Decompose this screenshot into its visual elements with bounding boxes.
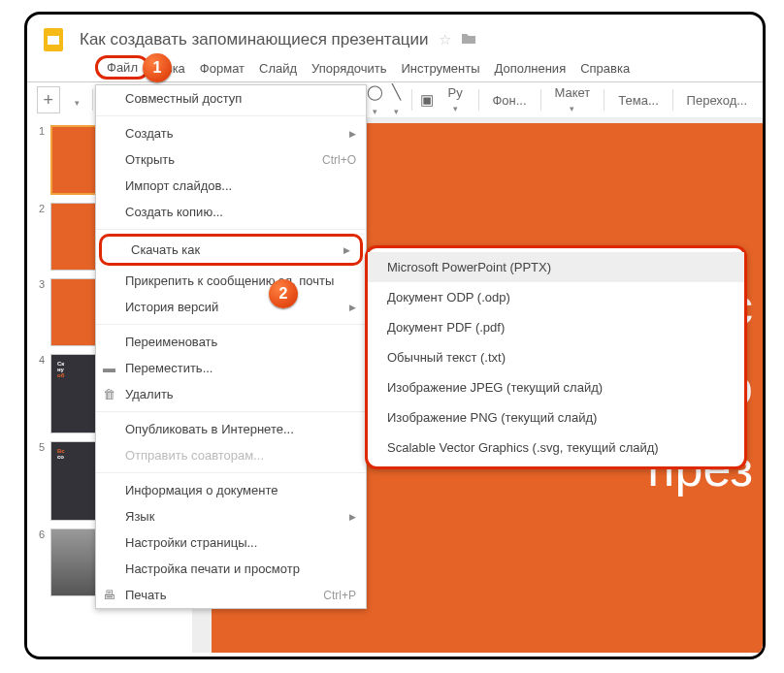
menu-send: Отправить соавторам... — [96, 442, 366, 468]
star-icon[interactable]: ☆ — [439, 31, 451, 48]
menu-rename[interactable]: Переименовать — [96, 329, 366, 355]
menu-file[interactable]: Файл — [95, 55, 149, 80]
new-slide-dropdown[interactable] — [70, 92, 84, 109]
menu-pagesetup[interactable]: Настройки страницы... — [96, 529, 366, 556]
menu-create[interactable]: Создать▶ — [96, 120, 366, 146]
export-pdf[interactable]: Документ PDF (.pdf) — [368, 312, 744, 342]
menu-printsetup[interactable]: Настройка печати и просмотр — [96, 556, 366, 582]
menu-tools[interactable]: Инструменты — [401, 61, 479, 76]
export-jpeg[interactable]: Изображение JPEG (текущий слайд) — [368, 372, 744, 402]
menu-move[interactable]: ▬Переместить... — [96, 355, 366, 381]
trash-icon: 🗑 — [103, 387, 115, 401]
print-icon: 🖶 — [103, 588, 115, 602]
shape-icon[interactable]: ◯ — [367, 83, 383, 117]
menu-arrange[interactable]: Упорядочить — [311, 61, 386, 76]
menu-format[interactable]: Формат — [200, 61, 245, 76]
menu-slide[interactable]: Слайд — [259, 61, 297, 76]
svg-rect-1 — [48, 36, 59, 45]
menu-addons[interactable]: Дополнения — [495, 61, 567, 76]
download-submenu: Microsoft PowerPoint (PPTX) Документ ODP… — [365, 245, 747, 469]
menu-print[interactable]: 🖶ПечатьCtrl+P — [96, 582, 366, 608]
export-pptx[interactable]: Microsoft PowerPoint (PPTX) — [368, 252, 744, 282]
qa-button[interactable]: Ру — [441, 81, 471, 118]
menu-open[interactable]: ОткрытьCtrl+O — [96, 146, 366, 173]
line-icon[interactable]: ╲ — [389, 83, 404, 117]
menu-download-as[interactable]: Скачать как▶ — [99, 234, 363, 266]
export-png[interactable]: Изображение PNG (текущий слайд) — [368, 402, 744, 433]
new-slide-button[interactable]: + — [37, 86, 60, 113]
menu-history[interactable]: История версий▶ — [96, 294, 366, 320]
background-button[interactable]: Фон... — [486, 89, 532, 112]
file-menu-dropdown: Совместный доступ Создать▶ ОткрытьCtrl+O… — [95, 84, 367, 609]
menu-attach[interactable]: Прикрепить к сообщению эл. почты — [96, 268, 366, 294]
menu-publish[interactable]: Опубликовать в Интернете... — [96, 416, 366, 442]
menu-lang[interactable]: Язык▶ — [96, 503, 366, 529]
export-txt[interactable]: Обычный текст (.txt) — [368, 342, 744, 372]
slides-logo — [39, 24, 70, 55]
menu-share[interactable]: Совместный доступ — [96, 85, 366, 112]
folder-icon: ▬ — [103, 361, 115, 375]
menu-delete[interactable]: 🗑Удалить — [96, 381, 366, 407]
export-odp[interactable]: Документ ODP (.odp) — [368, 282, 744, 312]
menu-help[interactable]: Справка — [580, 61, 630, 76]
export-svg[interactable]: Scalable Vector Graphics (.svg, текущий … — [368, 433, 744, 463]
callout-2: 2 — [269, 279, 298, 308]
theme-button[interactable]: Тема... — [612, 89, 664, 112]
layout-button[interactable]: Макет — [548, 81, 596, 118]
transition-button[interactable]: Переход... — [681, 89, 753, 112]
callout-1: 1 — [143, 53, 172, 82]
folder-icon[interactable] — [461, 32, 476, 48]
menu-import[interactable]: Импорт слайдов... — [96, 173, 366, 199]
menu-info[interactable]: Информация о документе — [96, 477, 366, 503]
menu-copy[interactable]: Создать копию... — [96, 199, 366, 225]
comment-icon[interactable]: ▣ — [420, 91, 435, 109]
doc-title[interactable]: Как создавать запоминающиеся презентации — [80, 30, 429, 49]
